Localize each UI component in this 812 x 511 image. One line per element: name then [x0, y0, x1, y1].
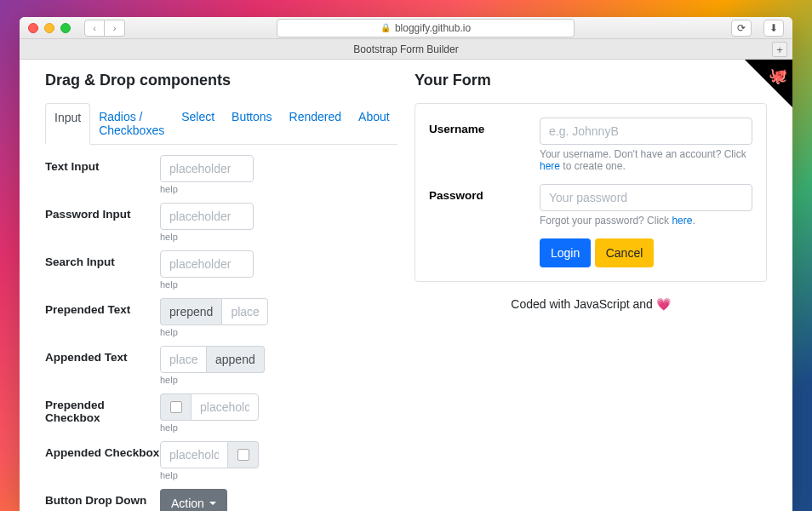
- label-search-input: Search Input: [45, 250, 160, 268]
- checkbox[interactable]: [237, 449, 249, 461]
- username-input[interactable]: [540, 118, 752, 145]
- help-text: help: [160, 232, 397, 242]
- browser-window: ‹ › 🔒 bloggify.github.io ⟳ ⬇ Bootstrap F…: [20, 17, 792, 511]
- downloads-button[interactable]: ⬇: [763, 20, 784, 37]
- password-field[interactable]: [540, 184, 752, 211]
- field-button-dropdown[interactable]: Button Drop Down Action: [45, 489, 397, 511]
- search-input[interactable]: [160, 250, 254, 278]
- field-password-input[interactable]: Password Input help: [45, 203, 397, 242]
- footer-text: Coded with JavaScript and 💗: [415, 297, 767, 311]
- tab-bar: Bootstrap Form Builder +: [20, 39, 792, 60]
- label-prepended-text: Prepended Text: [45, 298, 160, 316]
- password-input[interactable]: [160, 203, 254, 230]
- form-card: Username Your username. Don't have an ac…: [415, 103, 767, 282]
- field-search-input[interactable]: Search Input help: [45, 250, 397, 290]
- tab-rendered[interactable]: Rendered: [281, 103, 351, 144]
- append-addon: append: [207, 346, 265, 373]
- url-text: bloggify.github.io: [395, 22, 471, 34]
- nav-buttons: ‹ ›: [84, 20, 125, 37]
- password-label: Password: [429, 184, 540, 227]
- label-button-dropdown: Button Drop Down: [45, 489, 160, 507]
- dropdown-label: Action: [171, 497, 204, 510]
- help-text: help: [160, 470, 397, 480]
- field-prepended-text[interactable]: Prepended Text prepend help: [45, 298, 397, 337]
- text-input[interactable]: [160, 155, 254, 182]
- url-bar[interactable]: 🔒 bloggify.github.io: [277, 19, 575, 37]
- label-appended-checkbox: Appended Checkbox: [45, 441, 160, 459]
- help-text: help: [160, 327, 397, 337]
- tab-buttons[interactable]: Buttons: [223, 103, 280, 144]
- github-icon: 🐙: [769, 66, 787, 85]
- form-actions: Login Cancel: [540, 238, 752, 267]
- reload-button[interactable]: ⟳: [731, 20, 752, 37]
- caret-down-icon: [209, 502, 216, 508]
- help-text: help: [160, 375, 397, 385]
- append-checkbox-addon: [228, 441, 259, 468]
- create-account-link[interactable]: here: [540, 160, 560, 172]
- prepend-addon: prepend: [160, 298, 221, 325]
- username-hint: Your username. Don't have an account? Cl…: [540, 148, 752, 172]
- label-password-input: Password Input: [45, 203, 160, 221]
- window-controls: [28, 23, 71, 33]
- new-tab-button[interactable]: +: [772, 42, 787, 57]
- forgot-password-link[interactable]: here: [672, 215, 692, 227]
- page-content: 🐙 Drag & Drop components Input Radios / …: [20, 60, 792, 511]
- minimize-window-button[interactable]: [44, 23, 54, 33]
- tab-radios-checkboxes[interactable]: Radios / Checkboxes: [90, 103, 173, 144]
- titlebar: ‹ › 🔒 bloggify.github.io ⟳ ⬇: [20, 17, 792, 39]
- close-window-button[interactable]: [28, 23, 38, 33]
- field-prepended-checkbox[interactable]: Prepended Checkbox help: [45, 393, 397, 433]
- username-label: Username: [429, 118, 540, 172]
- appended-input[interactable]: [160, 346, 207, 373]
- tab-select[interactable]: Select: [173, 103, 223, 144]
- password-hint: Forgot your password? Click here.: [540, 215, 752, 227]
- label-prepended-checkbox: Prepended Checkbox: [45, 393, 160, 424]
- maximize-window-button[interactable]: [60, 23, 71, 33]
- appended-checkbox-input[interactable]: [160, 441, 228, 468]
- lock-icon: 🔒: [380, 23, 391, 32]
- field-username: Username Your username. Don't have an ac…: [429, 118, 752, 172]
- back-button[interactable]: ‹: [84, 20, 105, 37]
- component-tabs: Input Radios / Checkboxes Select Buttons…: [45, 103, 397, 145]
- label-appended-text: Appended Text: [45, 346, 160, 364]
- action-dropdown-button[interactable]: Action: [160, 489, 227, 511]
- field-text-input[interactable]: Text Input help: [45, 155, 397, 194]
- help-text: help: [160, 184, 397, 194]
- prepended-input[interactable]: [221, 298, 268, 325]
- field-password: Password Forgot your password? Click her…: [429, 184, 752, 227]
- field-appended-text[interactable]: Appended Text append help: [45, 346, 397, 385]
- help-text: help: [160, 279, 397, 290]
- login-button[interactable]: Login: [540, 238, 591, 267]
- label-text-input: Text Input: [45, 155, 160, 173]
- form-heading: Your Form: [415, 72, 767, 89]
- components-panel: Drag & Drop components Input Radios / Ch…: [45, 72, 397, 511]
- prepended-checkbox-input[interactable]: [191, 393, 259, 421]
- form-panel: Your Form Username Your username. Don't …: [415, 72, 767, 511]
- tab-about[interactable]: About: [350, 103, 398, 144]
- checkbox[interactable]: [170, 401, 182, 413]
- tab-title[interactable]: Bootstrap Form Builder: [353, 43, 458, 55]
- field-appended-checkbox[interactable]: Appended Checkbox help: [45, 441, 397, 480]
- help-text: help: [160, 422, 397, 433]
- prepend-checkbox-addon: [160, 393, 191, 421]
- tab-input[interactable]: Input: [45, 103, 90, 145]
- forward-button[interactable]: ›: [105, 20, 125, 37]
- components-heading: Drag & Drop components: [45, 72, 397, 89]
- cancel-button[interactable]: Cancel: [595, 238, 655, 267]
